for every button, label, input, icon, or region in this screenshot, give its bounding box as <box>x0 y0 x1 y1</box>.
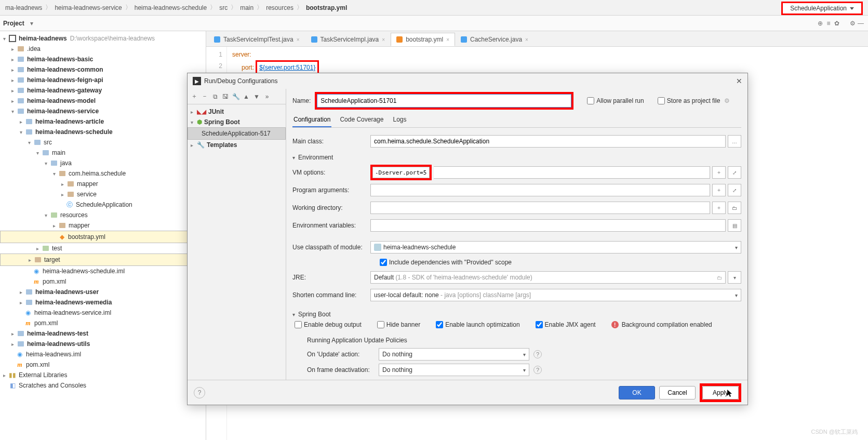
tree-item[interactable]: ▸heima-leadnews-wemedia <box>0 297 206 308</box>
crumb[interactable]: ma-leadnews <box>3 4 44 11</box>
close-icon[interactable]: × <box>382 37 385 43</box>
tree-item-selected[interactable]: ◆bootstrap.yml <box>0 231 206 243</box>
tree-item[interactable]: ▸mapper <box>0 220 206 231</box>
tree-item[interactable]: ▸▮▮External Libraries <box>0 370 206 380</box>
gear-icon[interactable]: ⚙ <box>724 97 731 104</box>
close-icon[interactable]: × <box>525 37 528 43</box>
tree-item[interactable]: mpom.xml <box>0 359 206 370</box>
tree-item[interactable]: ▸heima-leadnews-basic <box>0 54 206 64</box>
tree-item[interactable]: ▸.idea <box>0 44 206 54</box>
list-icon[interactable]: ▤ <box>728 219 741 232</box>
on-frame-select[interactable]: Do nothing▾ <box>379 364 529 376</box>
tree-item[interactable]: ▸test <box>0 243 206 254</box>
copy-icon[interactable]: ⧉ <box>211 93 219 100</box>
config-tree[interactable]: ▸◣◢JUnit ▾⬢Spring Boot ScheduleApplicati… <box>188 104 286 380</box>
tree-item[interactable]: ▸heima-leadnews-common <box>0 64 206 75</box>
tree-item[interactable]: ▾main <box>0 148 206 158</box>
help-icon[interactable]: ? <box>533 366 542 374</box>
tree-item[interactable]: ▸heima-leadnews-article <box>0 116 206 127</box>
tree-item[interactable]: ▸heima-leadnews-test <box>0 328 206 339</box>
tree-item[interactable]: ▸heima-leadnews-utils <box>0 339 206 349</box>
help-button[interactable]: ? <box>194 387 205 398</box>
tree-item[interactable]: ▾resources <box>0 210 206 220</box>
chevron-down-icon[interactable]: ▾ <box>728 271 741 284</box>
project-tool-label[interactable]: Project <box>3 20 24 27</box>
tree-item[interactable]: ◉heima-leadnews-service.iml <box>0 308 206 318</box>
collapse-icon[interactable]: ✿ <box>833 19 841 28</box>
jre-select[interactable]: Default (1.8 - SDK of 'heima-leadnews-sc… <box>370 271 726 284</box>
project-tree[interactable]: ▾heima-leadnewsD:\workspace\heima-leadne… <box>0 31 206 440</box>
save-icon[interactable]: 🖫 <box>222 93 229 100</box>
editor-tab[interactable]: TaskServiceImpl.java× <box>305 33 391 46</box>
tree-item[interactable]: mpom.xml <box>0 276 206 287</box>
include-provided-checkbox[interactable]: Include dependencies with "Provided" sco… <box>380 259 512 266</box>
classpath-select[interactable]: heima-leadnews-schedule▾ <box>370 241 741 254</box>
on-update-select[interactable]: Do nothing▾ <box>379 348 529 361</box>
cancel-button[interactable]: Cancel <box>659 386 696 399</box>
crumb[interactable]: src <box>217 4 230 11</box>
tree-root[interactable]: ▾heima-leadnewsD:\workspace\heima-leadne… <box>0 33 206 44</box>
enable-jmx-checkbox[interactable]: Enable JMX agent <box>536 321 596 328</box>
tree-item[interactable]: ▾com.heima.schedule <box>0 168 206 179</box>
tree-item[interactable]: ▾src <box>0 137 206 148</box>
hide-icon[interactable]: — <box>857 19 865 28</box>
tree-item[interactable]: mpom.xml <box>0 318 206 328</box>
gear-icon[interactable]: ⚙ <box>848 19 857 28</box>
expand-icon[interactable]: ＋ <box>712 202 726 214</box>
tree-item[interactable]: ◧Scratches and Consoles <box>0 380 206 391</box>
close-button[interactable]: ✕ <box>736 77 742 85</box>
tab-logs[interactable]: Logs <box>392 113 407 127</box>
add-icon[interactable]: ＋ <box>191 93 198 100</box>
environment-section[interactable]: ▾Environment <box>292 154 741 161</box>
tree-item[interactable]: ▸heima-leadnews-feign-api <box>0 75 206 85</box>
down-icon[interactable]: ▼ <box>253 93 260 100</box>
browse-button[interactable]: … <box>728 135 741 148</box>
tab-code-coverage[interactable]: Code Coverage <box>339 113 384 127</box>
remove-icon[interactable]: － <box>201 93 208 100</box>
run-config-selector[interactable]: ScheduleApplication <box>781 2 863 15</box>
tree-item[interactable]: ▸heima-leadnews-user <box>0 287 206 297</box>
spring-boot-section[interactable]: ▾Spring Boot <box>292 311 741 318</box>
shorten-select[interactable]: user-local default: none - java [options… <box>370 289 741 301</box>
editor-tab[interactable]: CacheService.java× <box>455 33 534 46</box>
expand-icon[interactable]: ≡ <box>824 19 833 28</box>
crumb[interactable]: resources <box>264 4 296 11</box>
up-icon[interactable]: ▲ <box>243 93 250 100</box>
store-project-checkbox[interactable]: Store as project file <box>658 97 720 104</box>
expand-icon[interactable]: ＋ <box>712 184 726 196</box>
chevron-down-icon[interactable]: ▾ <box>28 19 36 28</box>
vm-options-rest[interactable] <box>434 166 710 179</box>
apply-button[interactable]: Apply <box>702 386 739 399</box>
config-category[interactable]: ▸🔧Templates <box>188 140 286 150</box>
editor-tab[interactable]: TaskServiceImplTest.java× <box>208 33 305 46</box>
env-vars-input[interactable] <box>370 219 726 232</box>
folder-icon[interactable]: 🗀 <box>728 202 741 214</box>
enable-launch-checkbox[interactable]: Enable launch optimization <box>436 321 519 328</box>
ok-button[interactable]: OK <box>619 386 655 399</box>
tab-configuration[interactable]: Configuration <box>292 113 331 127</box>
help-icon[interactable]: ? <box>533 350 542 358</box>
tree-item[interactable]: ◉heima-leadnews.iml <box>0 349 206 359</box>
allow-parallel-checkbox[interactable]: Allow parallel run <box>587 97 644 104</box>
tree-item[interactable]: ▸service <box>0 189 206 199</box>
editor-tab-active[interactable]: bootstrap.yml× <box>391 33 455 46</box>
config-category[interactable]: ▸◣◢JUnit <box>188 106 286 117</box>
working-dir-input[interactable] <box>370 202 710 214</box>
main-class-input[interactable] <box>370 135 726 148</box>
crumb[interactable]: main <box>238 4 256 11</box>
tree-item[interactable]: ▸heima-leadnews-model <box>0 96 206 106</box>
tree-item[interactable]: ⓒScheduleApplication <box>0 199 206 210</box>
crumb[interactable]: heima-leadnews-schedule <box>132 4 209 11</box>
crumb[interactable]: heima-leadnews-service <box>52 4 124 11</box>
editor-icon[interactable]: ⤢ <box>728 184 741 196</box>
more-icon[interactable]: » <box>263 93 271 100</box>
config-name-input[interactable] <box>317 94 571 108</box>
tree-item[interactable]: ▸target <box>0 254 206 266</box>
dialog-titlebar[interactable]: ▶ Run/Debug Configurations ✕ <box>188 73 747 89</box>
tree-item[interactable]: ▾heima-leadnews-schedule <box>0 127 206 137</box>
config-item-selected[interactable]: ScheduleApplication-517 <box>188 127 286 140</box>
tree-item[interactable]: ▾heima-leadnews-service <box>0 106 206 116</box>
tree-item[interactable]: ▸mapper <box>0 179 206 189</box>
close-icon[interactable]: × <box>446 37 449 43</box>
close-icon[interactable]: × <box>297 37 300 43</box>
